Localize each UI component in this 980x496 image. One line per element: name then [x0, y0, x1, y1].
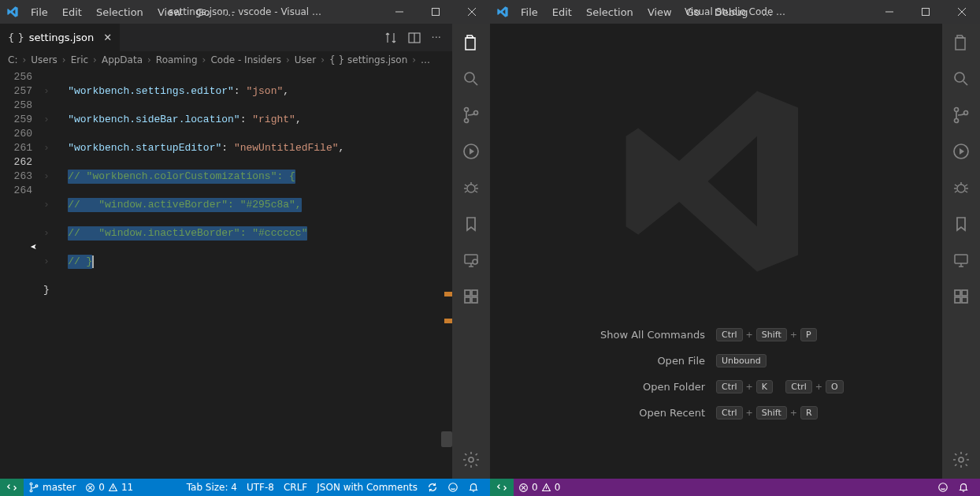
- explorer-icon[interactable]: [950, 32, 972, 54]
- close-button[interactable]: [454, 0, 490, 24]
- debug-run-icon[interactable]: [460, 140, 482, 162]
- feedback-icon[interactable]: [933, 479, 953, 496]
- tab-size[interactable]: Tab Size: 4: [182, 479, 242, 496]
- menu-overflow-icon[interactable]: …: [219, 3, 240, 21]
- tab-close-icon[interactable]: ✕: [103, 32, 112, 43]
- window-controls: [871, 0, 980, 24]
- more-actions-icon[interactable]: ···: [432, 32, 441, 43]
- svg-point-37: [955, 119, 959, 123]
- git-branch[interactable]: master: [24, 479, 80, 496]
- window-controls: [381, 0, 490, 24]
- breadcrumb-segment[interactable]: Code - Insiders: [210, 54, 281, 65]
- svg-rect-45: [962, 290, 967, 296]
- feedback-icon[interactable]: [443, 479, 463, 496]
- remote-explorer-icon[interactable]: [950, 249, 972, 271]
- warnings-count: 11: [121, 482, 133, 493]
- close-button[interactable]: [944, 0, 980, 24]
- line-gutter: 256 257 258 259 260 261 262 263 264: [0, 69, 43, 479]
- remote-indicator[interactable]: [490, 479, 514, 496]
- welcome-row: Open Recent Ctrl+ Shift+ R: [490, 406, 942, 420]
- menu-view[interactable]: View: [642, 3, 677, 21]
- vscode-logo-icon: [6, 6, 19, 18]
- breadcrumb-segment[interactable]: Users: [31, 54, 58, 65]
- source-control-icon[interactable]: [460, 104, 482, 126]
- code-content[interactable]: › "workbench.settings.editor": "json", ›…: [43, 69, 452, 479]
- activity-bar: [942, 24, 980, 479]
- problems-indicator[interactable]: 0 11: [80, 479, 138, 496]
- eol[interactable]: CRLF: [279, 479, 312, 496]
- titlebar[interactable]: File Edit Selection View Go Debug … Visu…: [490, 0, 980, 24]
- breadcrumb[interactable]: C:› Users› Eric› AppData› Roaming› Code …: [0, 51, 452, 69]
- breadcrumb-segment[interactable]: User: [295, 54, 316, 65]
- menu-selection[interactable]: Selection: [581, 3, 639, 21]
- minimize-button[interactable]: [381, 0, 418, 24]
- minimize-button[interactable]: [871, 0, 908, 24]
- welcome-commands: Show All Commands Ctrl+ Shift+ P Open Fi…: [490, 328, 942, 420]
- chevron-right-icon: ›: [20, 54, 28, 65]
- welcome-label: Open Recent: [559, 407, 716, 419]
- search-icon[interactable]: [950, 68, 972, 90]
- debug-bug-icon[interactable]: [950, 177, 972, 199]
- code-editor[interactable]: 256 257 258 259 260 261 262 263 264 › "w…: [0, 69, 452, 479]
- breadcrumb-segment[interactable]: AppData: [102, 54, 143, 65]
- search-icon[interactable]: [460, 68, 482, 90]
- debug-run-icon[interactable]: [950, 140, 972, 162]
- menu-file[interactable]: File: [515, 3, 544, 21]
- menu-view[interactable]: View: [152, 3, 187, 21]
- code-text: }: [43, 283, 50, 297]
- code-text: "json": [246, 84, 283, 99]
- titlebar[interactable]: File Edit Selection View Go … settings.j…: [0, 0, 490, 24]
- chevron-right-icon: ›: [319, 54, 326, 65]
- breadcrumb-segment[interactable]: Roaming: [156, 54, 198, 65]
- scrollbar-thumb[interactable]: [441, 431, 452, 447]
- remote-indicator[interactable]: [0, 479, 24, 496]
- menu-selection[interactable]: Selection: [91, 3, 149, 21]
- menu-file[interactable]: File: [25, 3, 54, 21]
- language-mode[interactable]: JSON with Comments: [312, 479, 422, 496]
- compare-changes-icon[interactable]: [384, 32, 397, 44]
- menu-go[interactable]: Go: [681, 3, 706, 21]
- menu-go[interactable]: Go: [191, 3, 216, 21]
- remote-explorer-icon[interactable]: [460, 249, 482, 271]
- settings-gear-icon[interactable]: [950, 449, 972, 471]
- svg-rect-1: [432, 9, 440, 16]
- tab-settings-json[interactable]: { } settings.json ✕: [0, 24, 121, 51]
- encoding[interactable]: UTF-8: [242, 479, 279, 496]
- problems-indicator[interactable]: 0 0: [514, 479, 565, 496]
- menu-edit[interactable]: Edit: [57, 3, 87, 21]
- source-control-icon[interactable]: [950, 104, 972, 126]
- svg-point-28: [449, 483, 458, 492]
- maximize-button[interactable]: [418, 0, 454, 24]
- notifications-icon[interactable]: [463, 479, 484, 496]
- chevron-right-icon: ›: [201, 54, 208, 65]
- menu-debug[interactable]: Debug: [709, 3, 754, 21]
- notifications-icon[interactable]: [953, 479, 974, 496]
- menu-overflow-icon[interactable]: …: [757, 3, 778, 21]
- breadcrumb-segment[interactable]: settings.json: [347, 54, 407, 65]
- breadcrumb-segment[interactable]: C:: [8, 54, 17, 65]
- bookmark-icon[interactable]: [460, 213, 482, 235]
- bookmark-icon[interactable]: [950, 213, 972, 235]
- text-cursor: [92, 255, 94, 268]
- svg-rect-30: [922, 9, 930, 16]
- warnings-count: 0: [555, 482, 561, 493]
- settings-gear-icon[interactable]: [460, 449, 482, 471]
- split-editor-icon[interactable]: [408, 32, 421, 44]
- breadcrumb-overflow[interactable]: …: [421, 54, 430, 65]
- svg-rect-42: [955, 290, 960, 296]
- welcome-row: Open Folder Ctrl+ K Ctrl+ O: [490, 380, 942, 393]
- svg-rect-18: [472, 297, 477, 303]
- extensions-icon[interactable]: [460, 285, 482, 308]
- debug-bug-icon[interactable]: [460, 177, 482, 199]
- maximize-button[interactable]: [908, 0, 944, 24]
- welcome-label: Open File: [559, 355, 716, 367]
- menu-bar: File Edit Selection View Go …: [25, 3, 240, 21]
- sync-icon[interactable]: [422, 479, 443, 496]
- extensions-icon[interactable]: [950, 285, 972, 308]
- svg-point-51: [939, 483, 948, 492]
- menu-edit[interactable]: Edit: [547, 3, 577, 21]
- explorer-icon[interactable]: [460, 32, 482, 54]
- svg-point-9: [465, 108, 469, 112]
- vscode-logo-icon: [496, 6, 509, 18]
- breadcrumb-segment[interactable]: Eric: [71, 54, 88, 65]
